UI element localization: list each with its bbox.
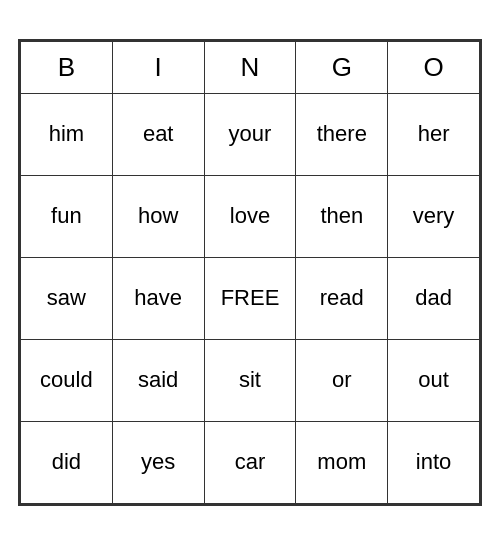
cell-r0-c3: there: [296, 93, 388, 175]
cell-r3-c3: or: [296, 339, 388, 421]
cell-r0-c1: eat: [112, 93, 204, 175]
bingo-card: BINGO himeatyourthereherfunhowlovethenve…: [18, 39, 482, 506]
table-row: couldsaidsitorout: [21, 339, 480, 421]
table-row: himeatyourthereher: [21, 93, 480, 175]
cell-r4-c3: mom: [296, 421, 388, 503]
cell-r2-c0: saw: [21, 257, 113, 339]
cell-r2-c2: FREE: [204, 257, 296, 339]
cell-r4-c4: into: [388, 421, 480, 503]
cell-r1-c4: very: [388, 175, 480, 257]
table-row: didyescarmominto: [21, 421, 480, 503]
cell-r0-c0: him: [21, 93, 113, 175]
cell-r4-c2: car: [204, 421, 296, 503]
header-cell-n: N: [204, 41, 296, 93]
table-row: sawhaveFREEreaddad: [21, 257, 480, 339]
cell-r1-c1: how: [112, 175, 204, 257]
cell-r1-c0: fun: [21, 175, 113, 257]
cell-r2-c3: read: [296, 257, 388, 339]
cell-r2-c4: dad: [388, 257, 480, 339]
header-cell-b: B: [21, 41, 113, 93]
header-cell-o: O: [388, 41, 480, 93]
table-row: funhowlovethenvery: [21, 175, 480, 257]
header-cell-g: G: [296, 41, 388, 93]
cell-r3-c2: sit: [204, 339, 296, 421]
cell-r1-c3: then: [296, 175, 388, 257]
cell-r4-c0: did: [21, 421, 113, 503]
cell-r0-c4: her: [388, 93, 480, 175]
bingo-table: BINGO himeatyourthereherfunhowlovethenve…: [20, 41, 480, 504]
cell-r1-c2: love: [204, 175, 296, 257]
header-row: BINGO: [21, 41, 480, 93]
cell-r4-c1: yes: [112, 421, 204, 503]
cell-r3-c1: said: [112, 339, 204, 421]
cell-r3-c0: could: [21, 339, 113, 421]
cell-r3-c4: out: [388, 339, 480, 421]
cell-r0-c2: your: [204, 93, 296, 175]
cell-r2-c1: have: [112, 257, 204, 339]
header-cell-i: I: [112, 41, 204, 93]
